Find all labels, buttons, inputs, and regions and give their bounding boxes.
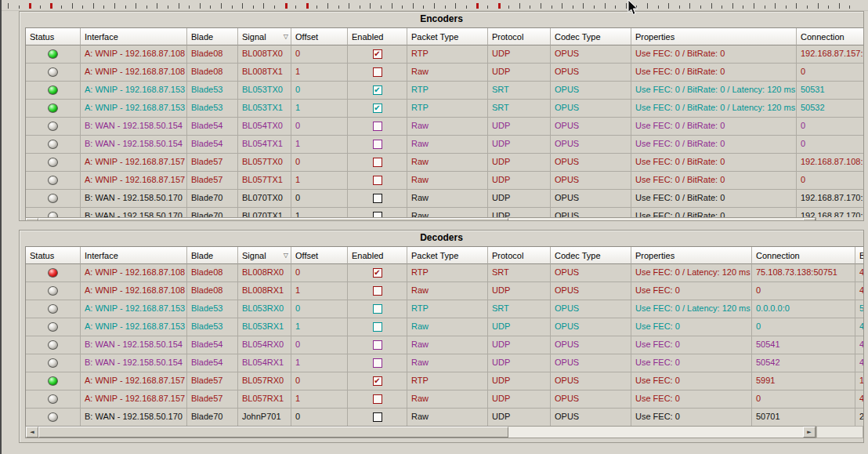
enabled-checkbox[interactable] (373, 322, 382, 332)
enabled-checkbox[interactable] (373, 412, 382, 422)
enabled-checkbox[interactable] (373, 340, 382, 350)
toolbar-tick-icon (775, 3, 776, 9)
decoders-row[interactable]: A: WNIP - 192.168.87.157Blade57BL057RX00… (26, 372, 863, 390)
decoders-row[interactable]: A: WNIP - 192.168.87.153Blade53BL053RX11… (26, 318, 863, 336)
decoders-column-header-codec-type[interactable]: Codec Type (551, 247, 631, 264)
enabled-checkbox[interactable]: ✔ (373, 268, 382, 278)
toolbar-tick-icon (392, 3, 392, 9)
encoders-column-header-codec-type[interactable]: Codec Type (551, 28, 631, 45)
decoders-panel: Decoders StatusInterfaceBladeSignal▽Offs… (19, 230, 864, 443)
enabled-checkbox[interactable]: ✔ (373, 376, 382, 386)
scrollbar-thumb[interactable] (38, 427, 508, 438)
connection-cell: 0 (752, 390, 855, 409)
enabled-checkbox[interactable]: ✔ (373, 85, 382, 95)
encoders-row[interactable]: A: WNIP - 192.168.87.153Blade53BL053TX11… (26, 100, 863, 118)
encoders-row[interactable]: A: WNIP - 192.168.87.157Blade57BL057TX11… (26, 172, 863, 190)
decoders-column-header-packet-type[interactable]: Packet Type (407, 247, 488, 264)
encoders-row[interactable]: B: WAN - 192.158.50.170Blade70BL070TX11R… (26, 208, 863, 217)
enabled-checkbox[interactable] (373, 286, 382, 296)
encoders-column-header-status[interactable]: Status (26, 28, 81, 45)
encoders-row[interactable]: B: WAN - 192.158.50.170Blade70BL070TX00R… (26, 190, 863, 208)
decoders-row[interactable]: B: WAN - 192.158.50.154Blade54BL054RX00R… (26, 336, 863, 354)
decoders-row[interactable]: A: WNIP - 192.168.87.157Blade57BL057RX11… (26, 390, 863, 409)
encoders-column-header-signal[interactable]: Signal▽ (238, 28, 291, 45)
encoders-row[interactable]: B: WAN - 192.158.50.154Blade54BL054TX11R… (26, 136, 863, 154)
encoders-column-header-enabled[interactable]: Enabled (348, 28, 407, 45)
enabled-checkbox[interactable] (373, 122, 382, 131)
decoders-column-header-connection[interactable]: Connection (752, 247, 855, 264)
scrollbar-thumb[interactable] (38, 218, 508, 221)
enabled-checkbox[interactable] (373, 194, 382, 203)
status-led-gray-icon (48, 394, 58, 404)
scrollbar-track[interactable] (38, 427, 803, 438)
encoders-column-header-properties[interactable]: Properties (631, 28, 797, 45)
encoders-column-header-offset[interactable]: Offset (291, 28, 348, 45)
decoders-column-header-protocol[interactable]: Protocol (488, 247, 551, 264)
decoders-column-header-offset[interactable]: Offset (291, 247, 348, 264)
scroll-right-button[interactable]: ► (803, 218, 816, 221)
packet_type-cell: Raw (407, 318, 488, 336)
connection-cell: 0 (797, 136, 863, 154)
encoders-row[interactable]: B: WAN - 192.158.50.154Blade54BL054TX00R… (26, 118, 863, 136)
encoders-horizontal-scrollbar[interactable]: ◄ ► (25, 217, 816, 221)
enabled-checkbox[interactable] (373, 304, 382, 314)
scroll-left-button[interactable]: ◄ (26, 427, 38, 438)
decoders-row[interactable]: A: WNIP - 192.168.87.108Blade08BL008RX00… (26, 264, 863, 282)
toolbar-tick-icon (263, 3, 264, 9)
enabled-checkbox[interactable]: ✔ (373, 49, 382, 59)
toolbar-tick-icon (573, 5, 573, 9)
enabled-cell (348, 409, 407, 426)
toolbar-tick-icon (626, 3, 627, 9)
sort-indicator-icon: ▽ (284, 252, 288, 259)
toolbar-tick-icon (679, 5, 680, 9)
encoders-column-header-protocol[interactable]: Protocol (488, 28, 551, 45)
scroll-left-button[interactable]: ◄ (26, 218, 38, 221)
decoders-column-header-signal[interactable]: Signal▽ (238, 247, 291, 264)
encoders-column-header-blade[interactable]: Blade (187, 28, 238, 45)
toolbar-tick-icon (765, 5, 765, 9)
enabled-checkbox[interactable] (373, 176, 382, 185)
decoders-column-header-interface[interactable]: Interface (81, 247, 187, 264)
decoders-row[interactable]: A: WNIP - 192.168.87.108Blade08BL008RX11… (26, 282, 863, 300)
scrollbar-track[interactable] (38, 218, 803, 221)
decoders-horizontal-scrollbar[interactable]: ◄ ► (25, 426, 816, 438)
enabled-checkbox[interactable] (373, 140, 382, 149)
enabled-checkbox[interactable] (373, 158, 382, 167)
connection-cell: 0 (797, 64, 863, 82)
enabled-checkbox[interactable]: ✔ (373, 104, 382, 113)
offset-cell: 0 (291, 154, 348, 172)
encoders-column-header-connection[interactable]: Connection (797, 28, 863, 45)
encoders-row[interactable]: A: WNIP - 192.168.87.108Blade08BL008TX00… (26, 45, 863, 64)
column-label: Codec Type (555, 32, 601, 42)
codec_type-cell: OPUS (551, 354, 631, 372)
decoders-column-header-buffer[interactable]: Buffer (855, 247, 863, 264)
decoders-column-header-properties[interactable]: Properties (631, 247, 752, 264)
enabled-checkbox[interactable] (373, 394, 382, 404)
interface-cell: B: WAN - 192.158.50.154 (81, 336, 187, 354)
decoders-row[interactable]: A: WNIP - 192.168.87.153Blade53BL053RX00… (26, 300, 863, 318)
encoders-column-header-packet-type[interactable]: Packet Type (407, 28, 488, 45)
toolbar-tick-icon (466, 5, 467, 9)
decoders-column-header-status[interactable]: Status (26, 247, 81, 264)
properties-cell: Use FEC: 0 / BitRate: 0 (631, 45, 797, 64)
decoders-column-header-blade[interactable]: Blade (187, 247, 238, 264)
properties-cell: Use FEC: 0 / Latency: 120 ms (631, 264, 752, 282)
decoders-row[interactable]: B: WAN - 192.158.50.154Blade54BL054RX11R… (26, 354, 863, 372)
enabled-checkbox[interactable] (373, 358, 382, 368)
decoders-row[interactable]: B: WAN - 192.158.50.170Blade70JohnP7010R… (26, 409, 863, 426)
offset-cell: 1 (291, 354, 348, 372)
encoders-row[interactable]: A: WNIP - 192.168.87.108Blade08BL008TX11… (26, 64, 863, 82)
decoders-column-header-enabled[interactable]: Enabled (348, 247, 407, 264)
enabled-checkbox[interactable] (373, 212, 382, 217)
enabled-checkbox[interactable] (373, 67, 382, 77)
encoders-row[interactable]: A: WNIP - 192.168.87.157Blade57BL057TX00… (26, 154, 863, 172)
enabled-cell (348, 118, 407, 136)
encoders-row[interactable]: A: WNIP - 192.168.87.153Blade53BL053TX00… (26, 82, 863, 100)
encoders-column-header-interface[interactable]: Interface (81, 28, 187, 45)
codec_type-cell: OPUS (551, 390, 631, 409)
offset-cell: 0 (291, 190, 348, 208)
scroll-right-button[interactable]: ► (803, 427, 816, 438)
sort-indicator-icon: ▽ (284, 33, 288, 40)
protocol-cell: UDP (488, 45, 551, 64)
signal-cell: BL053RX1 (238, 318, 291, 336)
